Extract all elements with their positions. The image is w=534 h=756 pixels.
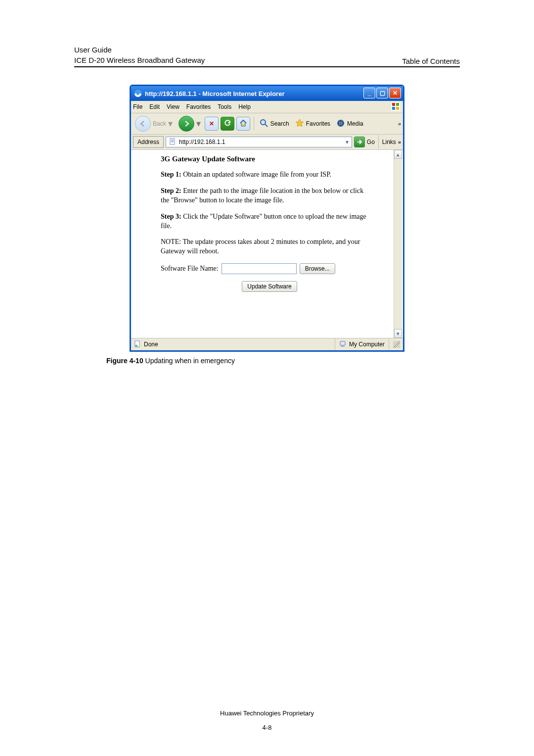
toolbar: Back ▾ ▾ ✕ xyxy=(131,113,403,135)
home-icon xyxy=(239,119,247,129)
zone-icon xyxy=(339,340,346,349)
svg-rect-9 xyxy=(340,341,345,345)
svg-point-3 xyxy=(261,120,266,125)
media-button[interactable]: Media xyxy=(334,118,365,130)
step1-text: Step 1: Obtain an updated software image… xyxy=(161,170,373,180)
note-text: NOTE: The update process takes about 2 m… xyxy=(161,237,373,256)
header-line1: User Guide xyxy=(74,45,205,55)
page-header: User Guide ICE D-20 Wireless Broadband G… xyxy=(74,45,460,67)
figure-caption-text: Updating when in emergency xyxy=(145,357,235,365)
go-button[interactable] xyxy=(354,137,365,147)
back-icon xyxy=(135,116,151,132)
back-label: Back xyxy=(153,120,166,127)
stop-button[interactable]: ✕ xyxy=(205,117,219,131)
resize-grip-icon[interactable] xyxy=(393,341,400,348)
menu-tools[interactable]: Tools xyxy=(218,103,231,110)
media-label: Media xyxy=(347,120,363,127)
browser-content: 3G Gateway Update Software Step 1: Obtai… xyxy=(131,150,403,338)
back-dropdown-icon: ▾ xyxy=(168,119,173,128)
links-label[interactable]: Links xyxy=(382,139,396,145)
svg-point-1 xyxy=(136,92,139,95)
address-dropdown-icon[interactable]: ▾ xyxy=(346,139,349,145)
status-done: Done xyxy=(144,341,158,348)
search-icon xyxy=(260,119,268,129)
favorites-label: Favorites xyxy=(306,120,330,127)
svg-rect-11 xyxy=(341,346,345,347)
header-line2: ICE D-20 Wireless Broadband Gateway xyxy=(74,55,205,65)
ie-throbber-icon xyxy=(391,102,400,111)
refresh-button[interactable] xyxy=(221,117,234,131)
scroll-down-icon[interactable]: ▾ xyxy=(394,329,402,338)
go-label: Go xyxy=(367,139,375,145)
url-text: http://192.168.1.1 xyxy=(179,139,225,145)
svg-rect-6 xyxy=(170,139,175,144)
menu-edit[interactable]: Edit xyxy=(149,103,160,110)
header-right: Table of Contents xyxy=(402,57,460,65)
page-footer: Huawei Technologies Proprietary 4-8 xyxy=(0,709,534,731)
footer-proprietary: Huawei Technologies Proprietary xyxy=(0,709,534,717)
toolbar-overflow-icon[interactable]: » xyxy=(398,121,401,127)
maximize-button[interactable]: ▢ xyxy=(376,88,388,98)
menu-favorites[interactable]: Favorites xyxy=(186,103,211,110)
file-name-input[interactable] xyxy=(222,263,297,274)
back-button[interactable]: Back ▾ xyxy=(133,115,175,133)
address-input[interactable]: http://192.168.1.1 ▾ xyxy=(166,137,352,147)
scroll-up-icon[interactable]: ▴ xyxy=(394,150,402,159)
menubar: File Edit View Favorites Tools Help xyxy=(131,101,403,113)
home-button[interactable] xyxy=(236,117,250,131)
stop-icon: ✕ xyxy=(209,120,214,127)
refresh-icon xyxy=(224,120,231,128)
step3-text: Step 3: Click the "Update Software" butt… xyxy=(161,212,373,231)
status-zone: My Computer xyxy=(349,341,385,348)
done-icon xyxy=(134,340,141,349)
footer-page-number: 4-8 xyxy=(0,724,534,731)
ie-logo-icon xyxy=(134,90,142,97)
addr-separator xyxy=(378,135,379,149)
update-software-button[interactable]: Update Software xyxy=(242,281,297,292)
links-overflow-icon[interactable]: » xyxy=(398,139,401,145)
figure-label: Figure 4-10 xyxy=(106,357,145,365)
search-button[interactable]: Search xyxy=(258,118,291,130)
forward-button[interactable]: ▾ xyxy=(177,115,203,133)
window-titlebar: http://192.168.1.1 - Microsoft Internet … xyxy=(131,86,403,101)
window-title: http://192.168.1.1 - Microsoft Internet … xyxy=(145,90,284,97)
toolbar-separator xyxy=(254,117,254,131)
file-label: Software File Name: xyxy=(161,265,219,273)
status-bar: Done My Computer xyxy=(131,338,403,350)
menu-help[interactable]: Help xyxy=(238,103,251,110)
ie-window: http://192.168.1.1 - Microsoft Internet … xyxy=(130,85,404,352)
menu-file[interactable]: File xyxy=(133,103,142,110)
favorites-icon xyxy=(295,119,304,129)
search-label: Search xyxy=(270,120,289,127)
address-label: Address xyxy=(133,136,164,148)
close-button[interactable]: ✕ xyxy=(389,88,401,98)
vertical-scrollbar[interactable]: ▴ ▾ xyxy=(394,150,402,338)
forward-icon xyxy=(178,116,194,132)
media-icon xyxy=(336,119,345,129)
forward-dropdown-icon: ▾ xyxy=(196,119,201,128)
page-icon xyxy=(169,138,176,146)
menu-view[interactable]: View xyxy=(167,103,179,110)
content-heading: 3G Gateway Update Software xyxy=(161,155,398,163)
figure-caption: Figure 4-10 Updating when in emergency xyxy=(106,357,460,365)
favorites-button[interactable]: Favorites xyxy=(293,118,332,130)
address-bar: Address http://192.168.1.1 ▾ Go Links » xyxy=(131,135,403,150)
svg-rect-10 xyxy=(342,345,344,346)
minimize-button[interactable]: _ xyxy=(363,88,375,98)
step2-text: Step 2: Enter the path to the image file… xyxy=(161,187,373,205)
browse-button[interactable]: Browse... xyxy=(300,263,335,274)
